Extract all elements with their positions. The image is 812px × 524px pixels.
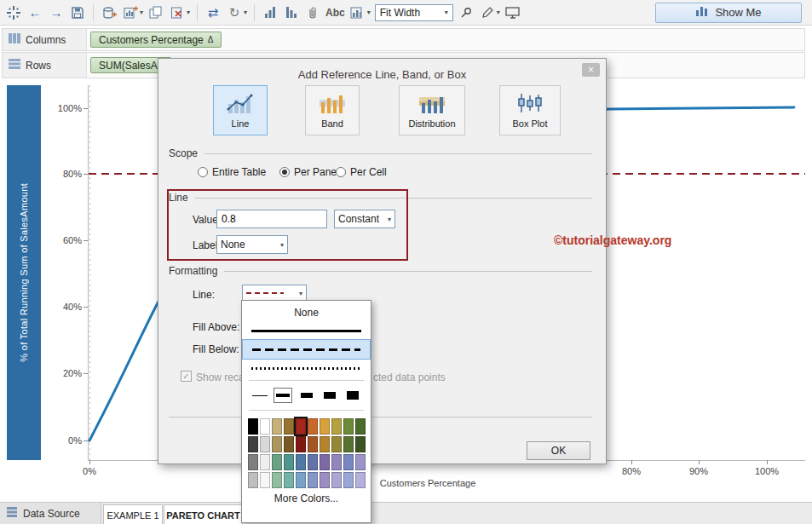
x-tick-mark [699, 460, 700, 464]
y-axis-header[interactable]: % of Total Running Sum of SalesAmount [7, 85, 41, 460]
data-source-tab[interactable]: Data Source [0, 503, 101, 524]
weight-option-2-selected[interactable] [274, 388, 292, 403]
color-swatch[interactable] [248, 436, 258, 452]
data-source-tab-label: Data Source [23, 508, 80, 520]
more-colors-option[interactable]: More Colors... [242, 490, 371, 507]
refresh-icon: ↻ [226, 3, 243, 22]
color-swatch[interactable] [331, 418, 342, 435]
duplicate-sheet-icon[interactable] [147, 3, 164, 22]
recalc-checkbox[interactable]: ✓ [181, 371, 192, 382]
color-swatch[interactable] [296, 436, 306, 452]
color-swatch[interactable] [320, 454, 330, 470]
swap-rows-columns-icon[interactable]: ⇄ [204, 3, 222, 22]
fill-below-label: Fill Below: [193, 343, 239, 355]
color-swatch[interactable] [355, 418, 366, 435]
line-style-dropdown-button[interactable]: ▾ [242, 285, 307, 302]
radio-entire-table[interactable]: Entire Table [198, 166, 266, 178]
style-option-none[interactable]: None [242, 303, 371, 322]
clear-sheet-button[interactable]: ▾ [169, 3, 190, 22]
color-swatch[interactable] [272, 454, 282, 470]
color-swatch[interactable] [331, 436, 342, 452]
color-swatch[interactable] [272, 436, 282, 452]
fit-select[interactable]: Fit Width ▾ [375, 4, 453, 21]
sort-ascending-icon[interactable] [262, 3, 279, 22]
mark-labels-button[interactable]: ▾ [349, 3, 371, 22]
color-swatch[interactable] [320, 472, 330, 488]
new-data-source-icon[interactable] [101, 3, 118, 22]
color-swatch[interactable] [296, 472, 306, 488]
type-button-line[interactable]: Line [213, 85, 268, 135]
style-option-dashed-selected[interactable] [242, 339, 371, 360]
highlight-button[interactable]: ▾ [479, 3, 500, 22]
y-tick-label: 60% [39, 235, 82, 245]
x-tick-label: 80% [619, 466, 644, 476]
color-swatch[interactable] [284, 418, 294, 435]
color-swatch[interactable] [248, 454, 258, 470]
color-swatch[interactable] [260, 454, 270, 470]
color-swatch[interactable] [272, 472, 282, 488]
color-swatch[interactable] [308, 418, 318, 435]
type-button-band[interactable]: Band [305, 85, 360, 135]
color-swatch[interactable] [260, 436, 270, 452]
line-weight-row [242, 384, 371, 406]
weight-option-4[interactable] [320, 388, 339, 403]
color-swatch[interactable] [320, 436, 330, 452]
color-swatch[interactable] [355, 472, 366, 488]
save-icon[interactable] [69, 3, 86, 22]
radio-per-pane[interactable]: Per Pane [279, 166, 337, 178]
color-swatch[interactable] [308, 436, 318, 452]
color-swatch[interactable] [284, 436, 294, 452]
color-swatch[interactable] [308, 472, 318, 488]
refresh-button[interactable]: ↻ ▾ [226, 3, 247, 22]
color-swatch[interactable] [296, 454, 306, 470]
style-option-dotted[interactable] [242, 360, 371, 377]
color-swatch[interactable] [343, 436, 354, 452]
weight-option-1[interactable] [251, 388, 269, 403]
ok-button[interactable]: OK [527, 441, 590, 460]
color-swatch[interactable] [355, 454, 366, 470]
color-swatch[interactable] [248, 418, 258, 435]
new-worksheet-button[interactable]: ▾ [122, 3, 143, 22]
value-type-dropdown[interactable]: Constant ▾ [334, 210, 395, 228]
color-swatch[interactable] [248, 472, 258, 488]
color-swatch[interactable] [260, 418, 270, 435]
color-swatch[interactable] [320, 418, 330, 435]
y-tick-label: 20% [39, 368, 82, 378]
label-dropdown[interactable]: None ▾ [216, 235, 288, 254]
columns-pill[interactable]: Customers Percentage Δ [90, 32, 222, 48]
color-swatch[interactable] [343, 472, 354, 488]
redo-icon[interactable]: → [48, 3, 65, 22]
color-swatch[interactable] [272, 418, 282, 435]
weight-option-3[interactable] [297, 388, 316, 403]
type-button-box-plot[interactable]: Box Plot [499, 85, 561, 135]
weight-option-5[interactable] [343, 388, 362, 403]
dialog-divider [169, 417, 592, 417]
color-swatch[interactable] [284, 454, 294, 470]
color-swatch[interactable] [343, 418, 354, 435]
color-swatch[interactable] [308, 454, 318, 470]
color-swatch[interactable] [343, 454, 354, 470]
color-swatch[interactable] [355, 436, 366, 452]
color-swatch[interactable] [260, 472, 270, 488]
group-members-icon[interactable] [304, 3, 321, 22]
style-option-solid[interactable] [242, 322, 371, 339]
color-swatch[interactable] [284, 472, 294, 488]
value-input[interactable] [216, 210, 327, 228]
x-tick-label: 100% [752, 466, 782, 476]
new-worksheet-icon [122, 3, 139, 22]
sort-descending-icon[interactable] [283, 3, 300, 22]
show-me-button[interactable]: Show Me [655, 3, 802, 23]
close-icon[interactable]: × [582, 63, 600, 77]
color-swatch[interactable] [331, 472, 342, 488]
sheet-tab-example-1[interactable]: EXAMPLE 1 [103, 504, 163, 524]
fix-axes-pin-icon[interactable] [458, 3, 475, 22]
color-swatch[interactable] [331, 454, 342, 470]
presentation-mode-icon[interactable] [504, 3, 521, 22]
sheet-tab-pareto-chart[interactable]: PARETO CHART [164, 504, 243, 524]
columns-shelf-body[interactable]: Customers Percentage Δ [86, 29, 804, 50]
radio-per-cell[interactable]: Per Cell [336, 166, 387, 178]
type-button-distribution[interactable]: Distribution [399, 85, 465, 135]
undo-icon[interactable]: ← [26, 3, 43, 22]
color-swatch[interactable] [296, 418, 306, 435]
show-mark-labels-icon[interactable]: Abc [325, 3, 345, 22]
